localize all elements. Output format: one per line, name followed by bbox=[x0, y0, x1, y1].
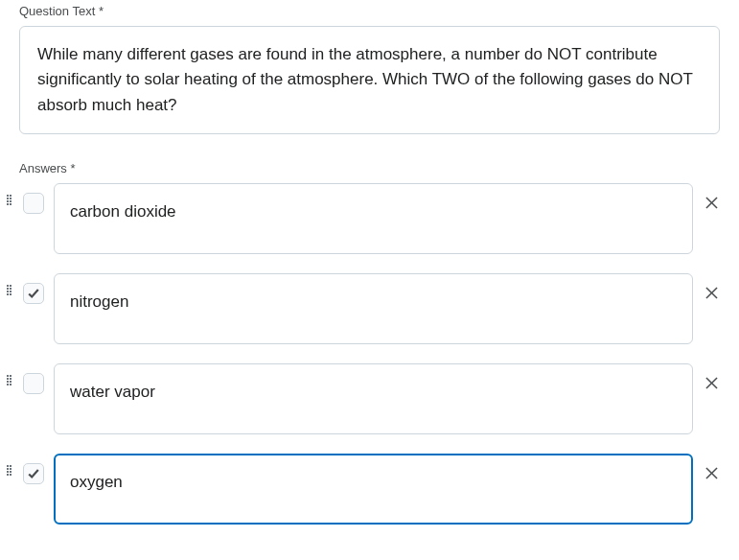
required-indicator: * bbox=[99, 4, 104, 18]
correct-answer-checkbox[interactable] bbox=[23, 463, 44, 484]
remove-answer-button[interactable] bbox=[703, 454, 720, 479]
required-indicator: * bbox=[70, 161, 75, 175]
drag-handle-icon[interactable] bbox=[4, 363, 13, 385]
answer-row: nitrogen bbox=[4, 273, 720, 344]
answer-text-input[interactable]: carbon dioxide bbox=[54, 183, 693, 254]
answer-text-input[interactable]: oxygen bbox=[54, 454, 693, 525]
question-text-label: Question Text * bbox=[19, 4, 720, 18]
correct-answer-checkbox[interactable] bbox=[23, 193, 44, 214]
answers-label: Answers * bbox=[19, 161, 720, 175]
answer-row: water vapor bbox=[4, 363, 720, 434]
remove-answer-button[interactable] bbox=[703, 183, 720, 209]
answer-text-input[interactable]: water vapor bbox=[54, 363, 693, 434]
remove-answer-button[interactable] bbox=[703, 273, 720, 299]
answer-row: oxygen bbox=[4, 454, 720, 525]
close-icon bbox=[705, 467, 718, 479]
correct-answer-checkbox[interactable] bbox=[23, 283, 44, 304]
close-icon bbox=[705, 377, 718, 389]
drag-handle-icon[interactable] bbox=[4, 454, 13, 476]
drag-handle-icon[interactable] bbox=[4, 183, 13, 205]
answer-row: carbon dioxide bbox=[4, 183, 720, 254]
question-text-input[interactable]: While many different gases are found in … bbox=[19, 26, 720, 134]
close-icon bbox=[705, 287, 718, 299]
close-icon bbox=[705, 197, 718, 209]
answer-text-input[interactable]: nitrogen bbox=[54, 273, 693, 344]
correct-answer-checkbox[interactable] bbox=[23, 373, 44, 394]
drag-handle-icon[interactable] bbox=[4, 273, 13, 295]
remove-answer-button[interactable] bbox=[703, 363, 720, 389]
